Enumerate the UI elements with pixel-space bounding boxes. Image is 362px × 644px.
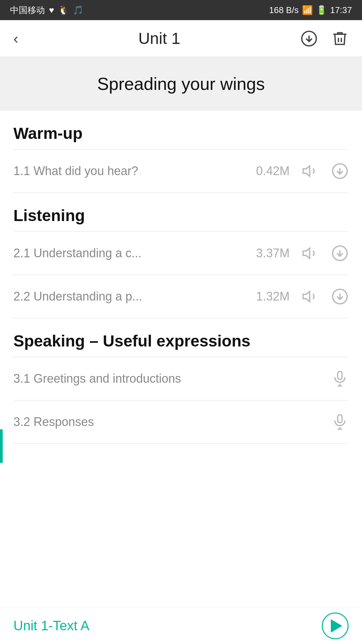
warmup-header: Warm-up [13, 111, 349, 150]
speaking-section: Speaking – Useful expressions 3.1 Greeti… [0, 318, 362, 444]
music-icon: 🎵 [73, 5, 83, 15]
network-speed: 168 B/s [269, 5, 299, 15]
header: ‹ Unit 1 [0, 20, 362, 57]
listening-header: Listening [13, 193, 349, 232]
carrier-text: 中国移动 [10, 4, 45, 16]
item-2-2-left: 2.2 Understanding a p... [13, 289, 142, 304]
download-icon[interactable] [331, 245, 349, 262]
page-title: Unit 1 [138, 29, 180, 48]
status-left: 中国移动 ♥ 🐧 🎵 [10, 4, 83, 16]
svg-marker-2 [303, 166, 310, 176]
item-3-2-title: 3.2 Responses [13, 415, 94, 429]
unit-banner: Spreading your wings [0, 57, 362, 111]
unit-banner-title: Spreading your wings [97, 74, 265, 94]
battery-icon: 🔋 [316, 5, 327, 15]
svg-marker-5 [303, 248, 310, 258]
svg-rect-14 [338, 415, 342, 423]
content-area: Warm-up 1.1 What did you hear? 0.42M [0, 111, 362, 444]
back-button[interactable]: ‹ [13, 30, 18, 47]
qq-icon: 🐧 [58, 5, 69, 15]
status-bar: 中国移动 ♥ 🐧 🎵 168 B/s 📶 🔋 17:37 [0, 0, 362, 20]
item-2-1-title: 2.1 Understanding a c... [13, 246, 141, 260]
item-1-1-title: 1.1 What did you hear? [13, 164, 138, 178]
download-icon[interactable] [331, 162, 349, 180]
item-2-1-left: 2.1 Understanding a c... [13, 246, 141, 260]
svg-rect-11 [338, 371, 342, 379]
item-1-1-size: 0.42M [256, 164, 290, 178]
header-actions [300, 30, 349, 47]
item-2-2-right: 1.32M [256, 288, 349, 305]
list-item: 2.1 Understanding a c... 3.37M [13, 232, 349, 275]
list-item: 1.1 What did you hear? 0.42M [13, 150, 349, 193]
sound-icon[interactable] [302, 162, 319, 180]
download-button[interactable] [300, 30, 318, 47]
item-2-2-size: 1.32M [256, 289, 290, 304]
svg-marker-8 [303, 291, 310, 302]
item-1-1-left: 1.1 What did you hear? [13, 164, 138, 178]
bottom-bar-label[interactable]: Unit 1-Text A [13, 618, 89, 633]
speaking-header: Speaking – Useful expressions [13, 318, 349, 357]
item-3-1-left: 3.1 Greetings and introductions [13, 372, 181, 386]
item-3-2-right [331, 413, 349, 431]
bottom-bar: Unit 1-Text A [0, 607, 362, 644]
download-icon[interactable] [331, 288, 349, 305]
play-icon [331, 619, 342, 633]
list-item: 3.1 Greetings and introductions [13, 357, 349, 400]
item-3-1-right [331, 370, 349, 387]
signal-icon: 📶 [302, 5, 313, 15]
list-item: 3.2 Responses [13, 400, 349, 444]
sound-icon[interactable] [302, 288, 319, 305]
item-2-1-size: 3.37M [256, 246, 290, 260]
left-accent-bar [0, 429, 3, 463]
item-3-1-title: 3.1 Greetings and introductions [13, 372, 181, 386]
item-2-1-right: 3.37M [256, 245, 349, 262]
sound-icon[interactable] [302, 245, 319, 262]
item-2-2-title: 2.2 Understanding a p... [13, 289, 142, 304]
item-1-1-right: 0.42M [256, 162, 349, 180]
delete-button[interactable] [331, 30, 349, 47]
listening-section: Listening 2.1 Understanding a c... 3.37M [0, 193, 362, 318]
mic-icon[interactable] [331, 370, 349, 387]
item-3-2-left: 3.2 Responses [13, 415, 94, 429]
heart-icon: ♥ [49, 5, 54, 15]
mic-icon[interactable] [331, 413, 349, 431]
time-display: 17:37 [330, 5, 352, 15]
warmup-section: Warm-up 1.1 What did you hear? 0.42M [0, 111, 362, 193]
status-right: 168 B/s 📶 🔋 17:37 [269, 5, 352, 15]
list-item: 2.2 Understanding a p... 1.32M [13, 275, 349, 318]
play-button[interactable] [322, 612, 349, 639]
